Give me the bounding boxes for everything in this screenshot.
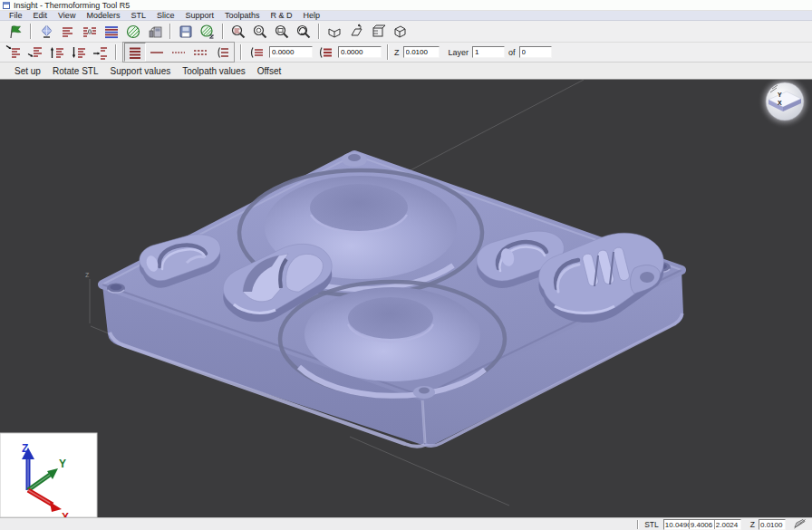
menu-rnd[interactable]: R & D [266, 11, 298, 20]
save-icon[interactable] [175, 22, 197, 41]
slice-job-icon[interactable] [197, 22, 218, 41]
cursor-y-value: 9.4006 [690, 520, 715, 529]
range-end-field[interactable] [338, 46, 382, 58]
menu-view[interactable]: View [53, 11, 81, 20]
display-bracketed-icon[interactable] [211, 43, 233, 62]
toolbar-separator [222, 24, 224, 39]
layer-total-field[interactable] [519, 46, 552, 58]
view-iso-icon[interactable] [389, 22, 411, 41]
ball-y-label: Y [778, 92, 782, 98]
tab-offset[interactable]: Offset [257, 66, 282, 76]
layer-down-icon[interactable] [68, 43, 90, 62]
modeler-status-icon[interactable] [35, 22, 57, 41]
green-flag-icon[interactable] [5, 22, 26, 41]
viewport-3d[interactable]: z x [0, 80, 812, 517]
main-toolbar [0, 21, 812, 43]
slice-height-field: 0.0100 [759, 519, 786, 530]
tab-rotate-stl[interactable]: Rotate STL [53, 66, 99, 76]
menu-edit[interactable]: Edit [28, 11, 53, 20]
window-title: Insight - Thermoforming Tool R5 [14, 1, 130, 10]
menu-support[interactable]: Support [179, 11, 219, 20]
cursor-coordinates: 10.0490 9.4006 2.0024 [663, 519, 741, 530]
display-dashed-icon[interactable] [189, 43, 211, 62]
app-icon [3, 2, 10, 9]
view-flip-icon[interactable] [345, 22, 367, 41]
triad-y-label: Y [59, 458, 66, 470]
range-start-icon[interactable] [246, 43, 267, 62]
menu-toolpaths[interactable]: Toolpaths [219, 11, 266, 20]
toolpath-lines-icon[interactable] [57, 22, 79, 41]
toolbar-separator [240, 44, 242, 60]
ball-x-label: X [778, 100, 782, 106]
status-stl-label: STL [644, 520, 659, 529]
z-label: Z [394, 48, 400, 57]
view-bottom-icon[interactable] [324, 22, 345, 41]
app-window: Insight - Thermoforming Tool R5 File Edi… [0, 0, 812, 530]
display-mode-group [122, 42, 235, 63]
goto-layer-icon[interactable] [90, 43, 111, 62]
toolbar-separator [30, 24, 32, 39]
tab-support-values[interactable]: Support values [111, 66, 171, 76]
z-height-field[interactable] [403, 46, 440, 58]
toolbar-separator [115, 44, 117, 60]
menu-modelers[interactable]: Modelers [81, 11, 125, 20]
command-strip: Set up Rotate STL Support values Toolpat… [0, 63, 812, 80]
status-pen-icon[interactable] [793, 518, 807, 530]
toolbar-separator [387, 44, 389, 60]
scene-z-axis-label: z [85, 270, 90, 279]
range-end-icon[interactable] [314, 43, 336, 62]
dome-lower [280, 282, 505, 396]
range-start-field[interactable] [269, 46, 313, 58]
toolbar-separator [318, 24, 320, 39]
bottom-layer-icon[interactable] [24, 43, 46, 62]
cursor-x-value: 10.0490 [664, 520, 690, 529]
triad-z-label: Z [22, 442, 28, 455]
zoom-rotate-icon[interactable] [293, 22, 314, 41]
status-bar: STL 10.0490 9.4006 2.0024 Z 0.0100 [0, 517, 812, 530]
menu-bar: File Edit View Modelers STL Slice Suppor… [0, 11, 812, 21]
tab-setup[interactable]: Set up [14, 66, 41, 76]
zoom-layers-icon[interactable] [227, 22, 249, 41]
tab-toolpath-values[interactable]: Toolpath values [182, 66, 246, 76]
layers-toolbar: Z Layer of [0, 43, 812, 63]
zoom-window-icon[interactable] [271, 22, 293, 41]
triad-x-label: X [62, 511, 69, 517]
axis-triad-panel: Z Y X [0, 433, 97, 517]
title-bar: Insight - Thermoforming Tool R5 [0, 0, 812, 11]
scene-canvas: z x [0, 80, 812, 517]
layer-field[interactable] [472, 46, 505, 58]
menu-file[interactable]: File [4, 11, 28, 20]
cursor-z-value: 2.0024 [715, 520, 740, 529]
menu-help[interactable]: Help [298, 11, 326, 20]
layer-label: Layer [449, 48, 469, 57]
display-dotted-icon[interactable] [168, 43, 189, 62]
layer-stack-icon[interactable] [101, 22, 122, 41]
machine-icon[interactable] [144, 22, 166, 41]
zoom-extents-icon[interactable] [249, 22, 271, 41]
status-z-label: Z [750, 520, 755, 529]
of-label: of [508, 48, 516, 57]
layer-up-icon[interactable] [46, 43, 68, 62]
top-layer-icon[interactable] [3, 43, 24, 62]
toolpath-breaks-icon[interactable] [79, 22, 101, 41]
menu-stl[interactable]: STL [125, 11, 151, 20]
display-single-line-icon[interactable] [146, 43, 168, 62]
status-separator [637, 520, 639, 529]
menu-slice[interactable]: Slice [151, 11, 180, 20]
sliced-part-icon[interactable] [122, 22, 144, 41]
toolbar-separator [169, 24, 171, 39]
view-front-icon[interactable] [367, 22, 389, 41]
display-solid-icon[interactable] [124, 43, 146, 62]
